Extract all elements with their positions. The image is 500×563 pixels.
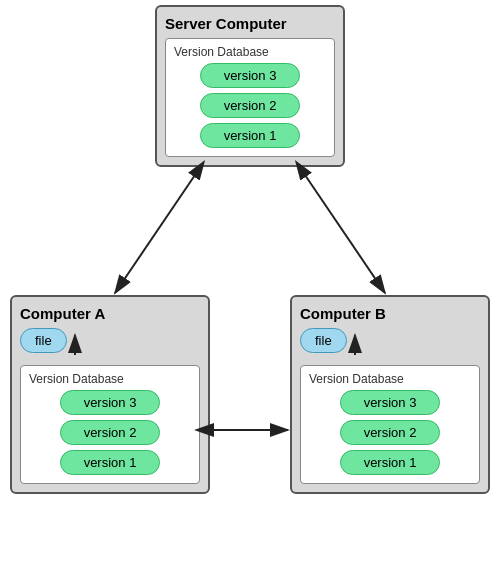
server-computer-box: Server Computer Version Database version… xyxy=(155,5,345,167)
computer-b-version-1: version 1 xyxy=(340,450,440,475)
server-title: Server Computer xyxy=(165,15,335,32)
computer-b-box: Computer B file Version Database version… xyxy=(290,295,490,494)
computer-b-file: file xyxy=(300,328,347,353)
arrow-server-to-a xyxy=(115,175,195,293)
server-version-1: version 1 xyxy=(200,123,300,148)
computer-a-version-1: version 1 xyxy=(60,450,160,475)
computer-b-db-label: Version Database xyxy=(309,372,471,386)
arrow-server-to-b xyxy=(305,175,385,293)
computer-b-title: Computer B xyxy=(300,305,480,322)
computer-a-box: Computer A file Version Database version… xyxy=(10,295,210,494)
computer-b-db-area: Version Database version 3 version 2 ver… xyxy=(300,365,480,484)
computer-b-version-2: version 2 xyxy=(340,420,440,445)
diagram: Server Computer Version Database version… xyxy=(0,0,500,563)
computer-a-version-2: version 2 xyxy=(60,420,160,445)
computer-a-title: Computer A xyxy=(20,305,200,322)
computer-a-db-label: Version Database xyxy=(29,372,191,386)
server-db-label: Version Database xyxy=(174,45,326,59)
computer-a-db-area: Version Database version 3 version 2 ver… xyxy=(20,365,200,484)
server-db-area: Version Database version 3 version 2 ver… xyxy=(165,38,335,157)
computer-b-version-3: version 3 xyxy=(340,390,440,415)
server-version-2: version 2 xyxy=(200,93,300,118)
computer-a-file: file xyxy=(20,328,67,353)
server-version-3: version 3 xyxy=(200,63,300,88)
computer-a-version-3: version 3 xyxy=(60,390,160,415)
